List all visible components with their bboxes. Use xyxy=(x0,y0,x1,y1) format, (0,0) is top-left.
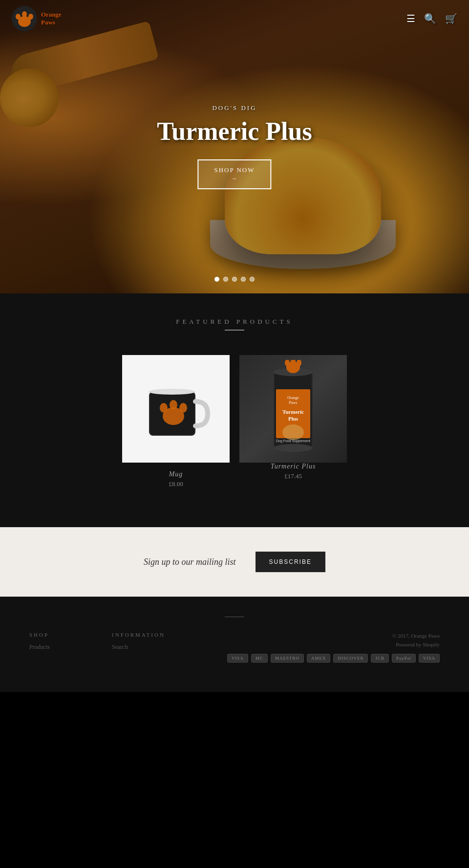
payment-icon-paypal: PayPal xyxy=(392,654,416,663)
svg-point-8 xyxy=(160,403,168,413)
payment-icons: VISA MC MAESTRO AMEX DISCOVER JCB PayPal… xyxy=(227,654,440,663)
mug-svg xyxy=(137,370,215,448)
svg-point-10 xyxy=(179,403,187,413)
product-image-tin: Orange Paws Turmeric Plus Dog Food Suppl… xyxy=(239,355,347,463)
hero-section: DOG'S DIG Turmeric Plus SHOP NOW → xyxy=(0,0,469,293)
svg-text:Dog Food Supplement: Dog Food Supplement xyxy=(276,439,310,443)
payment-icon-discover: DISCOVER xyxy=(333,654,368,663)
footer-link-search[interactable]: Search xyxy=(112,644,165,651)
payment-icon-mc: MC xyxy=(251,654,268,663)
shop-now-button[interactable]: SHOP NOW → xyxy=(197,159,271,189)
payment-icon-maestro: MAESTRO xyxy=(271,654,304,663)
svg-text:Orange: Orange xyxy=(287,396,299,400)
svg-text:Paws: Paws xyxy=(289,401,298,405)
logo-text: Orange Paws xyxy=(41,11,62,26)
product-name-mug: Mug xyxy=(122,470,230,478)
footer-divider xyxy=(225,617,244,617)
payment-icon-jcb: JCB xyxy=(371,654,389,663)
slider-dot-2[interactable] xyxy=(223,277,228,282)
shop-now-label: SHOP NOW xyxy=(214,166,255,174)
header-icons: ☰ 🔍 🛒 xyxy=(406,13,457,24)
product-price-mug: £8.00 xyxy=(122,480,230,488)
svg-point-24 xyxy=(282,424,304,440)
footer-top xyxy=(29,617,440,617)
footer-col-copyright: © 2017, Orange Paws Powered by Shopify V… xyxy=(227,632,440,663)
footer: SHOP Products INFORMATION Search © 2017,… xyxy=(0,597,469,692)
svg-point-9 xyxy=(170,400,177,410)
products-heading-underline xyxy=(225,330,244,331)
products-heading: FEATURED PRODUCTS xyxy=(29,318,440,326)
footer-col-info-title: INFORMATION xyxy=(112,632,165,638)
hero-subtitle: DOG'S DIG xyxy=(157,104,312,112)
svg-point-26 xyxy=(274,444,313,452)
footer-col-info: INFORMATION Search xyxy=(112,632,165,663)
svg-text:Plus: Plus xyxy=(288,416,298,422)
cart-icon[interactable]: 🛒 xyxy=(445,13,457,24)
footer-link-products[interactable]: Products xyxy=(29,644,50,651)
product-name-tin: Turmeric Plus xyxy=(239,463,347,470)
hero-content: DOG'S DIG Turmeric Plus SHOP NOW → xyxy=(157,104,312,189)
subscribe-button[interactable]: SUBSCRIBE xyxy=(256,552,325,572)
slider-dot-1[interactable] xyxy=(214,277,219,282)
mailing-text: Sign up to our mailing list xyxy=(144,557,236,567)
footer-col-shop: SHOP Products xyxy=(29,632,50,663)
slider-dots xyxy=(214,277,255,282)
logo[interactable]: Orange Paws xyxy=(12,6,62,31)
svg-text:Turmeric: Turmeric xyxy=(282,409,304,415)
logo-icon xyxy=(12,6,37,31)
footer-copyright: © 2017, Orange Paws Powered by Shopify xyxy=(227,632,440,649)
tin-svg: Orange Paws Turmeric Plus Dog Food Suppl… xyxy=(259,360,327,458)
svg-point-11 xyxy=(149,389,195,395)
svg-point-3 xyxy=(22,11,27,17)
products-section: FEATURED PRODUCTS xyxy=(0,293,469,527)
product-image-mug xyxy=(122,355,230,463)
footer-columns: SHOP Products INFORMATION Search © 2017,… xyxy=(29,632,440,663)
search-icon[interactable]: 🔍 xyxy=(424,13,436,24)
payment-icon-visa-elec: VISA xyxy=(419,654,440,663)
slider-dot-4[interactable] xyxy=(241,277,246,282)
payment-icon-visa: VISA xyxy=(227,654,248,663)
slider-dot-5[interactable] xyxy=(250,277,255,282)
product-card-mug[interactable]: Mug £8.00 xyxy=(122,355,230,488)
shop-now-arrow: → xyxy=(214,175,255,182)
product-price-tin: £17.45 xyxy=(239,472,347,480)
products-grid: Mug £8.00 xyxy=(29,355,440,488)
mailing-section: Sign up to our mailing list SUBSCRIBE xyxy=(0,527,469,597)
header: Orange Paws ☰ 🔍 🛒 xyxy=(0,0,469,37)
svg-point-2 xyxy=(16,14,21,20)
payment-icon-amex: AMEX xyxy=(307,654,331,663)
hero-title: Turmeric Plus xyxy=(157,117,312,146)
menu-icon[interactable]: ☰ xyxy=(406,13,415,24)
slider-dot-3[interactable] xyxy=(232,277,237,282)
product-card-tin[interactable]: Orange Paws Turmeric Plus Dog Food Suppl… xyxy=(239,355,347,488)
footer-col-shop-title: SHOP xyxy=(29,632,50,638)
svg-point-4 xyxy=(28,14,33,20)
